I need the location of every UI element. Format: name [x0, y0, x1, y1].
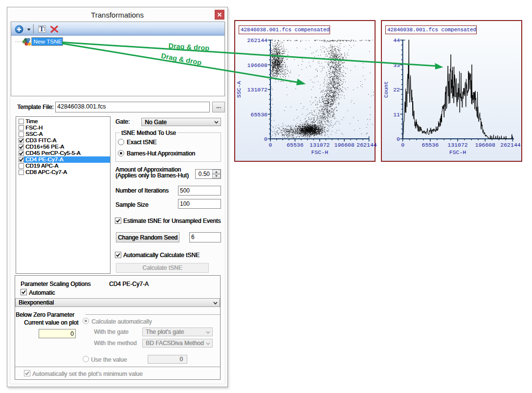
- svg-text:I: I: [44, 25, 45, 32]
- svg-text:New TSNE: New TSNE: [34, 38, 62, 45]
